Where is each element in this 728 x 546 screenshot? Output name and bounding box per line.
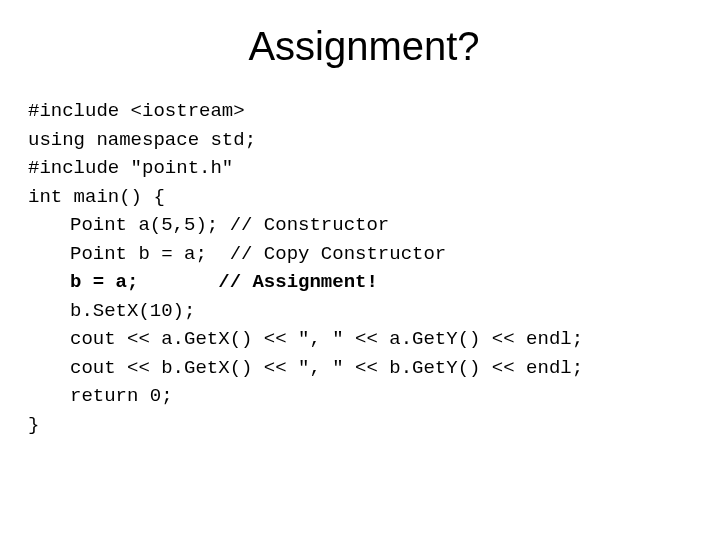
code-line: #include <iostream> [28, 97, 700, 126]
code-line: b.SetX(10); [28, 297, 700, 326]
code-line: using namespace std; [28, 126, 700, 155]
code-line: } [28, 411, 700, 440]
code-line: Point b = a; // Copy Constructor [28, 240, 700, 269]
code-line: Point a(5,5); // Constructor [28, 211, 700, 240]
code-assignment: b = a; [70, 271, 138, 293]
code-line: cout << a.GetX() << ", " << a.GetY() << … [28, 325, 700, 354]
slide-title: Assignment? [28, 24, 700, 69]
code-line: return 0; [28, 382, 700, 411]
code-comment: // Assignment! [218, 271, 378, 293]
code-line-highlighted: b = a; // Assignment! [28, 268, 700, 297]
code-line: #include "point.h" [28, 154, 700, 183]
code-block: #include <iostream> using namespace std;… [28, 97, 700, 439]
code-line: cout << b.GetX() << ", " << b.GetY() << … [28, 354, 700, 383]
code-spacer [138, 271, 218, 293]
code-line: int main() { [28, 183, 700, 212]
